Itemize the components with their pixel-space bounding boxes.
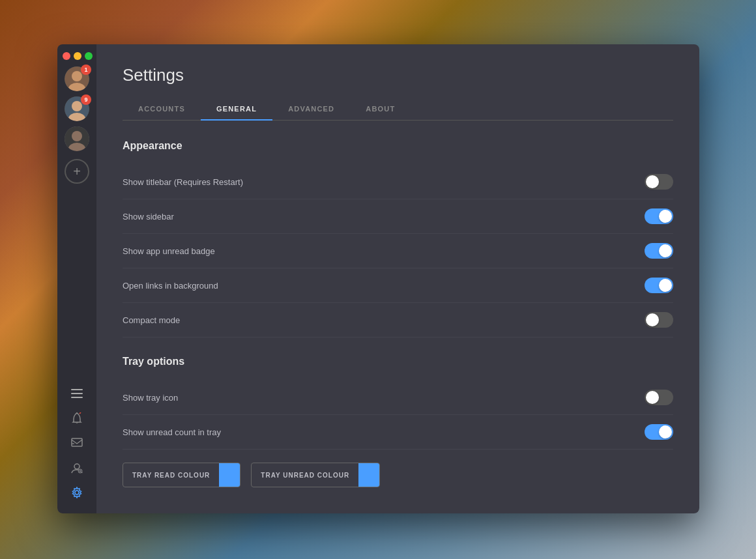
tabs-bar: ACCOUNTS GENERAL ADVANCED ABOUT [123, 98, 673, 121]
open-links-background-thumb [659, 279, 672, 292]
show-titlebar-thumb [646, 175, 659, 188]
settings-header: Settings ACCOUNTS GENERAL ADVANCED ABOUT [96, 44, 699, 121]
account-avatar-3[interactable] [65, 126, 89, 151]
minimize-button[interactable] [74, 52, 81, 60]
sidebar-top: 1 9 [57, 44, 96, 184]
svg-rect-9 [71, 389, 83, 390]
compact-mode-track [645, 312, 673, 328]
show-sidebar-toggle[interactable] [645, 208, 673, 224]
svg-point-16 [74, 464, 80, 469]
traffic-lights [57, 44, 98, 66]
show-sidebar-label: Show sidebar [123, 212, 174, 222]
close-button[interactable] [63, 52, 70, 60]
section-divider [123, 337, 673, 356]
tray-unread-colour-swatch [358, 463, 379, 487]
svg-rect-14 [72, 438, 82, 446]
show-unread-count-label: Show unread count in tray [123, 427, 221, 437]
tray-read-colour-button[interactable]: TRAY READ COLOUR [123, 463, 240, 487]
open-links-background-toggle[interactable] [645, 278, 673, 293]
show-tray-icon-label: Show tray icon [123, 393, 178, 403]
show-titlebar-toggle[interactable] [645, 174, 673, 190]
show-unread-count-toggle[interactable] [645, 424, 673, 440]
maximize-button[interactable] [85, 52, 93, 60]
svg-line-13 [80, 412, 81, 414]
sidebar: 1 9 [57, 44, 96, 513]
compact-mode-toggle[interactable] [645, 312, 673, 328]
main-content: Settings ACCOUNTS GENERAL ADVANCED ABOUT… [96, 44, 699, 513]
compact-mode-label: Compact mode [123, 315, 180, 325]
show-tray-icon-thumb [646, 391, 659, 404]
account-avatar-2[interactable]: 9 [65, 96, 89, 121]
show-sidebar-row: Show sidebar [123, 199, 673, 234]
show-titlebar-label: Show titlebar (Requires Restart) [123, 177, 243, 187]
app-window: 1 9 [57, 44, 699, 513]
show-unread-badge-row: Show app unread badge [123, 234, 673, 268]
open-links-background-track [645, 278, 673, 293]
svg-point-20 [75, 491, 79, 494]
avatar-3 [65, 126, 89, 151]
svg-point-1 [72, 71, 82, 81]
tab-about[interactable]: ABOUT [350, 98, 411, 121]
show-sidebar-track [645, 208, 673, 224]
appearance-section-title: Appearance [123, 140, 673, 152]
show-unread-count-row: Show unread count in tray [123, 415, 673, 450]
show-unread-count-track [645, 424, 673, 440]
tray-unread-colour-label: TRAY UNREAD COLOUR [252, 466, 358, 484]
show-unread-badge-toggle[interactable] [645, 243, 673, 259]
show-unread-count-thumb [659, 425, 672, 438]
compact-mode-thumb [646, 313, 659, 326]
add-account-button[interactable]: + [65, 159, 89, 184]
open-links-background-row: Open links in background [123, 268, 673, 303]
tray-unread-colour-button[interactable]: TRAY UNREAD COLOUR [251, 463, 380, 487]
settings-body: Appearance Show titlebar (Requires Resta… [96, 121, 699, 513]
contacts-icon[interactable] [66, 457, 87, 478]
compact-mode-row: Compact mode [123, 303, 673, 337]
show-unread-badge-label: Show app unread badge [123, 246, 215, 256]
tray-read-colour-swatch [219, 463, 240, 487]
page-title: Settings [123, 65, 673, 85]
notification-icon[interactable] [66, 408, 87, 429]
svg-rect-11 [71, 397, 83, 398]
badge-1: 1 [81, 64, 91, 75]
tab-accounts[interactable]: ACCOUNTS [123, 98, 201, 121]
svg-rect-10 [71, 393, 83, 394]
show-titlebar-track [645, 174, 673, 190]
show-unread-badge-track [645, 243, 673, 259]
filter-icon[interactable] [66, 383, 87, 404]
tray-read-colour-label: TRAY READ COLOUR [123, 466, 219, 484]
settings-icon[interactable] [66, 482, 87, 503]
show-unread-badge-thumb [659, 244, 672, 257]
show-tray-icon-row: Show tray icon [123, 380, 673, 415]
tray-colours-row: TRAY READ COLOUR TRAY UNREAD COLOUR [123, 463, 673, 487]
compose-icon[interactable] [66, 433, 87, 453]
open-links-background-label: Open links in background [123, 281, 218, 291]
badge-2: 9 [81, 94, 91, 105]
tab-general[interactable]: GENERAL [201, 98, 272, 121]
tray-options-section-title: Tray options [123, 356, 673, 367]
sidebar-bottom [66, 383, 87, 513]
svg-point-7 [72, 131, 82, 141]
show-tray-icon-track [645, 390, 673, 405]
show-tray-icon-toggle[interactable] [645, 390, 673, 405]
show-titlebar-row: Show titlebar (Requires Restart) [123, 165, 673, 199]
svg-point-12 [76, 412, 78, 414]
show-sidebar-thumb [659, 210, 672, 223]
tab-advanced[interactable]: ADVANCED [272, 98, 350, 121]
account-avatar-1[interactable]: 1 [65, 66, 89, 91]
svg-point-4 [72, 101, 82, 111]
